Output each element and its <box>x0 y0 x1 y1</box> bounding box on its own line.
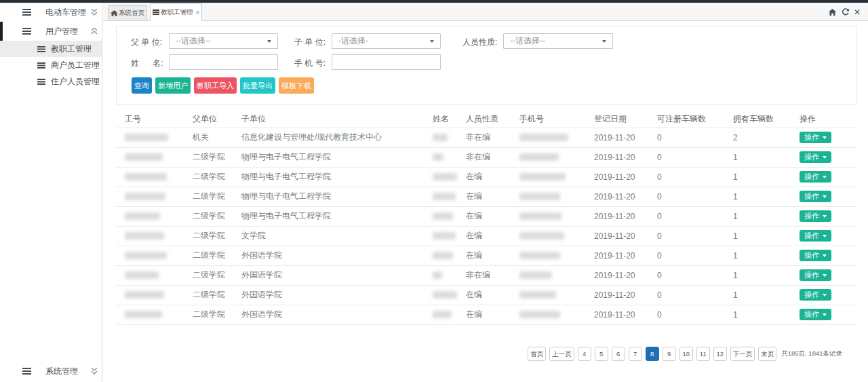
page-button-12[interactable]: 12 <box>713 347 727 361</box>
cell-reg-date: 2019-11-20 <box>585 285 648 305</box>
input-phone[interactable] <box>332 54 441 70</box>
cell-employee-id <box>116 147 184 167</box>
select-value: --请选择-- <box>176 35 211 47</box>
caret-down-icon <box>823 136 827 139</box>
sidebar-item-system[interactable]: 系统管理 <box>0 362 102 381</box>
row-action-button[interactable]: 操作 <box>800 289 831 301</box>
caret-down-icon <box>823 254 827 257</box>
row-action-button[interactable]: 操作 <box>800 191 831 202</box>
cell-name <box>424 226 457 246</box>
form-label: 手 机 号: <box>294 58 326 69</box>
refresh-icon[interactable] <box>841 8 849 16</box>
cell-person-type: 在编 <box>457 187 511 206</box>
row-action-button[interactable]: 操作 <box>800 309 831 320</box>
close-icon[interactable]: ✕ <box>854 7 861 17</box>
cell-sub-unit: 物理与电子电气工程学院 <box>233 147 424 167</box>
row-action-button[interactable]: 操作 <box>800 230 831 242</box>
page-button-8[interactable]: 8 <box>646 347 659 361</box>
sidebar: 电动车管理用户管理教职工管理商户员工管理住户人员管理 系统管理 <box>0 3 102 382</box>
menu-icon <box>22 9 31 16</box>
page-button-6[interactable]: 6 <box>612 347 625 361</box>
cell-sub-unit: 外国语学院 <box>233 246 424 265</box>
page-button-9[interactable]: 9 <box>663 347 676 361</box>
table-row: 二级学院物理与电子电气工程学院在编2019-11-2001操作 <box>116 206 856 226</box>
page-button-11[interactable]: 11 <box>696 347 710 361</box>
redacted-name <box>433 232 456 240</box>
table-row: 二级学院文学院在编2019-11-2001操作 <box>116 226 856 246</box>
tab-系统首页[interactable]: 系统首页 <box>108 5 147 20</box>
cell-reg-date: 2019-11-20 <box>585 226 648 246</box>
query-button[interactable]: 查询 <box>132 77 152 94</box>
action-label: 操作 <box>804 191 819 202</box>
chevron-double-up-icon <box>91 28 98 35</box>
column-header: 人员性质 <box>457 111 511 128</box>
page-button-首页[interactable]: 首页 <box>528 347 546 361</box>
form-label: 父 单 位: <box>131 37 162 48</box>
redacted-phone <box>519 193 560 200</box>
cell-person-type: 在编 <box>457 285 511 305</box>
action-label: 操作 <box>804 231 819 241</box>
sidebar-item-1[interactable]: 用户管理 <box>0 22 102 41</box>
cell-employee-id <box>116 265 184 285</box>
redacted-name <box>433 212 453 220</box>
home-icon[interactable] <box>829 9 836 16</box>
cell-employee-id <box>116 285 184 305</box>
select-1[interactable]: -请选择- <box>332 33 441 49</box>
cell-reg-date: 2019-11-20 <box>585 305 648 324</box>
column-header: 操作 <box>791 111 856 128</box>
page-button-上一页[interactable]: 上一页 <box>549 347 574 361</box>
cell-sub-unit: 外国语学院 <box>233 305 424 324</box>
cell-sub-unit: 物理与电子电气工程学院 <box>233 167 424 187</box>
page-button-下一页[interactable]: 下一页 <box>730 347 755 361</box>
cell-owned-count: 1 <box>724 147 791 167</box>
cell-phone <box>511 285 585 305</box>
import-staff-button[interactable]: 教职工导入 <box>194 77 237 94</box>
row-action-button[interactable]: 操作 <box>800 250 831 261</box>
batch-export-button[interactable]: 批量导出 <box>240 77 275 94</box>
cell-person-type: 非在编 <box>457 265 511 285</box>
cell-name <box>424 285 457 305</box>
table-row: 机关信息化建设与管理处/现代教育技术中心非在编2019-11-2002操作 <box>116 128 856 147</box>
select-2[interactable]: --请选择-- <box>503 33 613 49</box>
close-tab-icon[interactable]: × <box>196 9 200 16</box>
cell-parent-unit: 二级学院 <box>184 246 233 265</box>
page-button-4[interactable]: 4 <box>578 347 591 361</box>
page-button-7[interactable]: 7 <box>629 347 642 361</box>
sidebar-subitem-教职工管理[interactable]: 教职工管理 <box>0 41 102 57</box>
sidebar-item-label: 电动车管理 <box>45 7 86 18</box>
tab-教职工管理[interactable]: 教职工管理× <box>150 3 202 21</box>
page-button-5[interactable]: 5 <box>595 347 608 361</box>
cell-phone <box>511 187 585 206</box>
add-user-button[interactable]: 新增用户 <box>155 77 191 94</box>
input-name[interactable] <box>169 54 278 70</box>
row-action-button[interactable]: 操作 <box>800 269 831 281</box>
select-0[interactable]: --请选择-- <box>169 33 278 49</box>
template-download-button[interactable]: 模板下载 <box>279 77 314 94</box>
sidebar-subitem-住户人员管理[interactable]: 住户人员管理 <box>0 73 102 90</box>
cell-owned-count: 1 <box>724 265 791 285</box>
cell-registerable-count: 0 <box>648 265 724 285</box>
row-action-button[interactable]: 操作 <box>800 210 831 222</box>
cell-owned-count: 1 <box>724 305 791 324</box>
form-label: 子 单 位: <box>294 37 326 48</box>
redacted-employee-id <box>125 232 164 240</box>
row-action-button[interactable]: 操作 <box>800 171 831 183</box>
sidebar-item-0[interactable]: 电动车管理 <box>0 3 102 22</box>
page-button-10[interactable]: 10 <box>679 347 693 361</box>
sidebar-item-label: 系统管理 <box>45 366 78 377</box>
cell-owned-count: 1 <box>724 167 791 187</box>
row-action-button[interactable]: 操作 <box>800 151 831 163</box>
main-area: 系统首页教职工管理× ✕ 父 单 位:--请选择--子 单 位:-请选择-人员性… <box>103 3 868 382</box>
caret-down-icon <box>430 40 434 43</box>
row-action-button[interactable]: 操作 <box>800 132 831 143</box>
page-button-末页[interactable]: 末页 <box>758 347 776 361</box>
cell-person-type: 在编 <box>457 246 511 265</box>
caret-down-icon <box>267 40 271 43</box>
redacted-name <box>433 252 453 259</box>
action-label: 操作 <box>804 309 819 320</box>
cell-parent-unit: 二级学院 <box>184 206 233 226</box>
sidebar-subitem-商户员工管理[interactable]: 商户员工管理 <box>0 57 102 73</box>
cell-reg-date: 2019-11-20 <box>585 167 648 187</box>
form-label: 姓 名: <box>131 58 163 69</box>
redacted-phone <box>519 153 559 161</box>
